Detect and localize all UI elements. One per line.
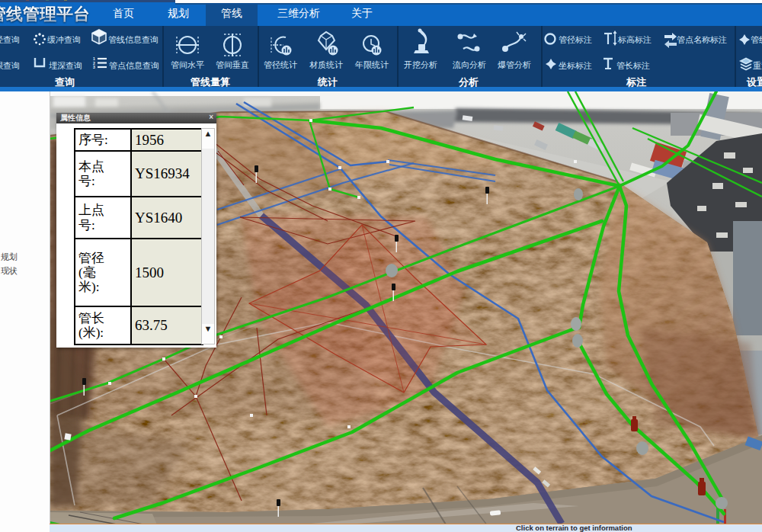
svg-text:3: 3	[93, 65, 95, 69]
